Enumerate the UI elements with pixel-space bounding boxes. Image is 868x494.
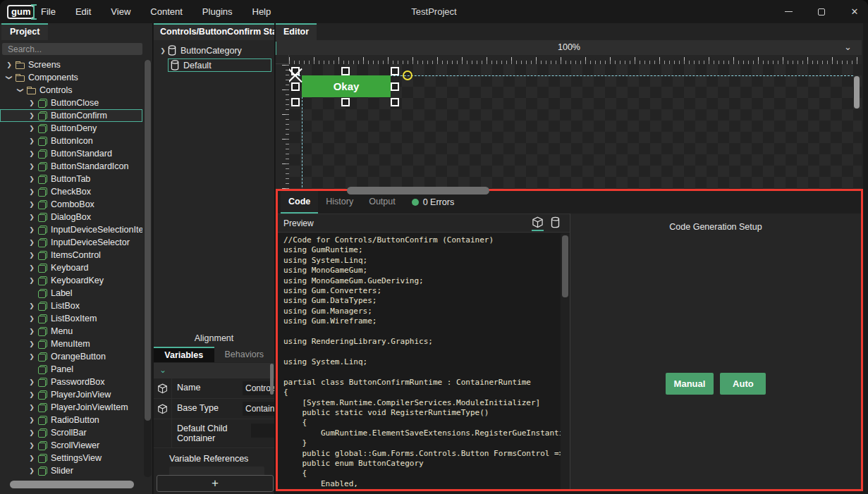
- chevron-right-icon[interactable]: ❯: [27, 455, 37, 462]
- chevron-right-icon[interactable]: ❯: [27, 391, 37, 398]
- tree-item-listbox[interactable]: ❯ListBox: [0, 300, 142, 312]
- tree-item-keyboard[interactable]: ❯Keyboard: [0, 261, 142, 274]
- tree-item-slider[interactable]: ❯Slider: [0, 464, 142, 477]
- chevron-right-icon[interactable]: ❯: [27, 226, 37, 233]
- tree-item-menuitem[interactable]: ❯MenuItem: [0, 338, 142, 350]
- chevron-right-icon[interactable]: ❯: [27, 429, 37, 436]
- tree-item-buttonstandardicon[interactable]: ❯ButtonStandardIcon: [0, 160, 142, 173]
- add-variable-button[interactable]: +: [157, 475, 274, 492]
- tree-item-controls[interactable]: ❯Controls: [0, 84, 142, 97]
- tab-variables[interactable]: Variables: [154, 347, 214, 362]
- state-category-item[interactable]: ❯ ButtonCategory: [154, 44, 274, 57]
- tree-item-inputdeviceselector[interactable]: ❯InputDeviceSelector: [0, 236, 142, 249]
- chevron-right-icon[interactable]: ❯: [27, 201, 37, 208]
- tree-item-scrollviewer[interactable]: ❯ScrollViewer: [0, 439, 142, 452]
- tree-item-menu[interactable]: ❯Menu: [0, 325, 142, 338]
- tree-item-listboxitem[interactable]: ❯ListBoxItem: [0, 312, 142, 325]
- tab-editor[interactable]: Editor: [276, 23, 317, 40]
- zoom-bar[interactable]: 100% ⌄: [276, 40, 862, 55]
- chevron-right-icon[interactable]: ❯: [27, 378, 37, 385]
- editor-horizontal-scrollbar[interactable]: [347, 187, 489, 194]
- chevron-right-icon[interactable]: ❯: [27, 404, 37, 411]
- tab-behaviors[interactable]: Behaviors: [214, 347, 275, 362]
- tree-item-passwordbox[interactable]: ❯PasswordBox: [0, 376, 142, 388]
- tree-item-buttondeny[interactable]: ❯ButtonDeny: [0, 122, 142, 135]
- search-input[interactable]: [2, 43, 142, 55]
- chevron-right-icon[interactable]: ❯: [27, 277, 37, 284]
- tree-item-inputdeviceselectionitem[interactable]: ❯InputDeviceSelectionItem: [0, 223, 142, 236]
- project-tree-vertical-scrollbar[interactable]: [144, 60, 152, 477]
- chevron-right-icon[interactable]: ❯: [27, 328, 37, 335]
- chevron-right-icon[interactable]: ❯: [27, 442, 37, 449]
- state-default-item[interactable]: Default: [168, 58, 271, 72]
- chevron-right-icon[interactable]: ❯: [4, 61, 14, 68]
- tree-item-buttonstandard[interactable]: ❯ButtonStandard: [0, 147, 142, 160]
- scrollbar-thumb[interactable]: [562, 235, 568, 297]
- editor-canvas[interactable]: Okay: [289, 64, 862, 189]
- tree-item-panel[interactable]: ❯Panel: [0, 363, 142, 376]
- selection-handle-top-center[interactable]: [341, 67, 350, 75]
- chevron-right-icon[interactable]: ❯: [27, 467, 37, 474]
- tree-item-settingsview[interactable]: ❯SettingsView: [0, 452, 142, 464]
- chevron-right-icon[interactable]: ❯: [27, 188, 37, 195]
- component-code-view-button[interactable]: [532, 216, 544, 231]
- chevron-right-icon[interactable]: ❯: [158, 47, 168, 54]
- minimize-button[interactable]: [783, 7, 793, 17]
- tree-item-combobox[interactable]: ❯ComboBox: [0, 198, 142, 211]
- tree-item-buttonicon[interactable]: ❯ButtonIcon: [0, 135, 142, 147]
- okay-button-preview[interactable]: Okay: [302, 75, 391, 97]
- chevron-right-icon[interactable]: ❯: [27, 315, 37, 322]
- project-tree-horizontal-scrollbar[interactable]: [10, 481, 134, 488]
- selection-handle-bottom-right[interactable]: [391, 98, 399, 106]
- editor-vertical-scrollbar[interactable]: [854, 76, 860, 109]
- selection-handle-middle-left[interactable]: [291, 82, 300, 91]
- tab-code[interactable]: Code: [281, 191, 318, 214]
- chevron-right-icon[interactable]: ❯: [27, 137, 37, 144]
- chevron-right-icon[interactable]: ❯: [27, 264, 37, 271]
- tree-item-orangebutton[interactable]: ❯OrangeButton: [0, 350, 142, 363]
- tree-item-buttonconfirm[interactable]: ❯ButtonConfirm: [0, 109, 142, 122]
- chevron-right-icon[interactable]: ❯: [27, 214, 37, 221]
- tree-item-label[interactable]: ❯Label: [0, 287, 142, 300]
- tree-item-screens[interactable]: ❯Screens: [0, 58, 142, 71]
- tree-item-buttonclose[interactable]: ❯ButtonClose: [0, 97, 142, 109]
- manual-button[interactable]: Manual: [666, 373, 714, 395]
- tree-item-scrollbar[interactable]: ❯ScrollBar: [0, 426, 142, 439]
- base-type-value-field[interactable]: Container: [243, 402, 274, 416]
- scrollbar-thumb[interactable]: [145, 60, 151, 421]
- chevron-right-icon[interactable]: ❯: [27, 125, 37, 132]
- maximize-button[interactable]: [817, 7, 826, 17]
- tree-item-playerjoinviewitem[interactable]: ❯PlayerJoinViewItem: [0, 401, 142, 414]
- chevron-right-icon[interactable]: ❯: [27, 175, 37, 183]
- tree-item-itemscontrol[interactable]: ❯ItemsControl: [0, 249, 142, 261]
- chevron-right-icon[interactable]: ❯: [27, 302, 37, 309]
- code-vertical-scrollbar[interactable]: [561, 233, 570, 489]
- selection-handle-bottom-left[interactable]: [291, 98, 300, 106]
- tree-item-playerjoinview[interactable]: ❯PlayerJoinView: [0, 388, 142, 401]
- selection-handle-bottom-center[interactable]: [341, 98, 350, 106]
- chevron-right-icon[interactable]: ❯: [27, 112, 37, 119]
- chevron-right-icon[interactable]: ❯: [27, 239, 37, 246]
- chevron-down-icon[interactable]: ❯: [6, 73, 13, 82]
- tree-item-buttontab[interactable]: ❯ButtonTab: [0, 173, 142, 185]
- state-code-view-button[interactable]: [551, 216, 560, 231]
- tab-project[interactable]: Project: [1, 23, 48, 40]
- chevron-right-icon[interactable]: ❯: [27, 150, 37, 157]
- auto-button[interactable]: Auto: [720, 373, 766, 395]
- chevron-right-icon[interactable]: ❯: [27, 416, 37, 424]
- tab-states[interactable]: Controls/ButtonConfirm State: [154, 23, 274, 40]
- tab-alignment[interactable]: Alignment: [154, 330, 274, 347]
- variables-category-dropdown[interactable]: ⌄: [154, 363, 274, 378]
- code-preview-text[interactable]: //Code for Controls/ButtonConfirm (Conta…: [278, 233, 561, 489]
- close-button[interactable]: ✕: [850, 7, 860, 17]
- chevron-right-icon[interactable]: ❯: [27, 252, 37, 259]
- tree-item-components[interactable]: ❯Components: [0, 71, 142, 84]
- chevron-right-icon[interactable]: ❯: [27, 163, 37, 170]
- tree-item-checkbox[interactable]: ❯CheckBox: [0, 185, 142, 198]
- chevron-right-icon[interactable]: ❯: [27, 99, 37, 106]
- tree-item-radiobutton[interactable]: ❯RadioButton: [0, 414, 142, 426]
- chevron-down-icon[interactable]: ❯: [17, 85, 24, 95]
- selection-handle-middle-right[interactable]: [391, 82, 399, 91]
- chevron-right-icon[interactable]: ❯: [27, 340, 37, 347]
- chevron-right-icon[interactable]: ❯: [27, 353, 37, 360]
